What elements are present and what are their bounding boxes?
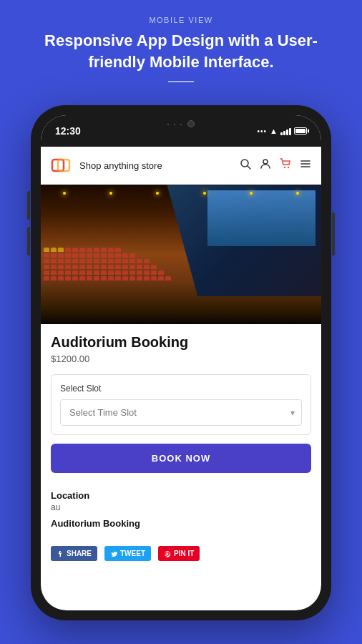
seat bbox=[87, 259, 92, 263]
seat bbox=[144, 265, 150, 269]
select-wrapper[interactable]: Select Time Slot bbox=[60, 399, 302, 426]
light-4 bbox=[203, 192, 206, 195]
seat bbox=[108, 270, 114, 275]
seat bbox=[129, 270, 135, 275]
light-6 bbox=[296, 192, 299, 195]
phone-frame: 12:30 • • • ••• ▲ bbox=[31, 105, 331, 620]
signal-bars bbox=[280, 127, 291, 135]
seat bbox=[87, 253, 92, 258]
share-fb-label: SHARE bbox=[67, 550, 92, 557]
seat bbox=[151, 265, 157, 269]
menu-icon[interactable] bbox=[300, 158, 311, 172]
page-header: MOBILE VIEW Responsive App Design with a… bbox=[0, 0, 362, 105]
location-section: Location au Auditorium Booking bbox=[41, 483, 321, 546]
theater-visual bbox=[41, 185, 321, 324]
seat bbox=[87, 276, 92, 280]
signal-bar-4 bbox=[289, 128, 291, 135]
seats-container bbox=[41, 248, 321, 324]
seat bbox=[79, 253, 85, 258]
seat bbox=[122, 259, 128, 263]
seat bbox=[122, 276, 128, 280]
seat bbox=[115, 248, 121, 252]
select-slot-label: Select Slot bbox=[60, 384, 302, 394]
seat bbox=[115, 259, 121, 263]
seat-row-3 bbox=[41, 259, 321, 263]
seat bbox=[151, 270, 157, 275]
location-booking-name: Auditorium Booking bbox=[51, 518, 311, 529]
seat bbox=[144, 259, 150, 263]
seat bbox=[44, 253, 49, 258]
seat bbox=[129, 265, 135, 269]
headline: Responsive App Design with a User-friend… bbox=[29, 30, 333, 72]
nav-bar: Shop anything store bbox=[41, 147, 321, 185]
seat bbox=[72, 265, 78, 269]
seat bbox=[158, 270, 164, 275]
seat bbox=[94, 248, 99, 252]
seat bbox=[122, 253, 128, 258]
ceiling-lights bbox=[41, 192, 321, 195]
notch-dots: • • • bbox=[167, 121, 184, 127]
pin-it-label: PIN IT bbox=[174, 550, 194, 557]
seat bbox=[44, 276, 49, 280]
seat bbox=[51, 253, 57, 258]
seat bbox=[58, 259, 64, 263]
seat bbox=[94, 259, 99, 263]
power-button bbox=[332, 213, 335, 255]
seat bbox=[108, 265, 114, 269]
svg-point-6 bbox=[288, 167, 289, 168]
battery-fill bbox=[295, 129, 305, 133]
book-now-button[interactable]: BOOK NOW bbox=[51, 444, 311, 473]
volume-up-button bbox=[27, 191, 30, 220]
tweet-label: TWEET bbox=[120, 550, 145, 557]
svg-point-4 bbox=[263, 160, 268, 164]
seat bbox=[137, 259, 142, 263]
nav-icons bbox=[240, 158, 311, 172]
seat bbox=[122, 270, 128, 275]
seat-row-2 bbox=[41, 253, 321, 258]
seat bbox=[65, 248, 71, 252]
seat bbox=[58, 248, 64, 252]
search-icon[interactable] bbox=[240, 158, 251, 172]
seat bbox=[44, 265, 49, 269]
seat bbox=[51, 270, 57, 275]
user-icon[interactable] bbox=[260, 158, 271, 172]
seat bbox=[108, 253, 114, 258]
signal-bar-2 bbox=[283, 131, 285, 135]
svg-point-5 bbox=[284, 167, 285, 168]
stage-screen bbox=[207, 190, 315, 246]
seat bbox=[108, 248, 114, 252]
seat bbox=[79, 248, 85, 252]
twitter-tweet-button[interactable]: TWEET bbox=[104, 546, 151, 561]
light-2 bbox=[109, 192, 112, 195]
store-logo bbox=[51, 154, 74, 177]
seat bbox=[58, 265, 64, 269]
twitter-icon bbox=[110, 550, 117, 557]
product-section: Auditorium Booking $1200.00 bbox=[41, 324, 321, 364]
content-area[interactable]: Shop anything store bbox=[41, 147, 321, 610]
seat bbox=[101, 253, 107, 258]
seat bbox=[58, 276, 64, 280]
light-1 bbox=[63, 192, 66, 195]
time-slot-select[interactable]: Select Time Slot bbox=[60, 399, 302, 426]
facebook-icon bbox=[57, 550, 64, 557]
seat bbox=[79, 265, 85, 269]
seat bbox=[101, 276, 107, 280]
seat-row-1 bbox=[41, 248, 321, 252]
seat-row-6 bbox=[41, 276, 321, 280]
seat bbox=[72, 248, 78, 252]
seat bbox=[58, 270, 64, 275]
cart-icon[interactable] bbox=[280, 158, 291, 172]
seat bbox=[115, 253, 121, 258]
location-value: au bbox=[51, 502, 311, 512]
signal-bar-3 bbox=[286, 130, 288, 135]
seat bbox=[101, 248, 107, 252]
signal-bar-1 bbox=[280, 132, 283, 135]
pinterest-pin-button[interactable]: PIN IT bbox=[158, 546, 200, 561]
pinterest-icon bbox=[164, 550, 171, 557]
seat bbox=[51, 248, 57, 252]
facebook-share-button[interactable]: SHARE bbox=[51, 546, 97, 561]
status-bar: 12:30 • • • ••• ▲ bbox=[41, 115, 321, 147]
seat bbox=[87, 248, 92, 252]
seat bbox=[94, 265, 99, 269]
seat bbox=[79, 270, 85, 275]
